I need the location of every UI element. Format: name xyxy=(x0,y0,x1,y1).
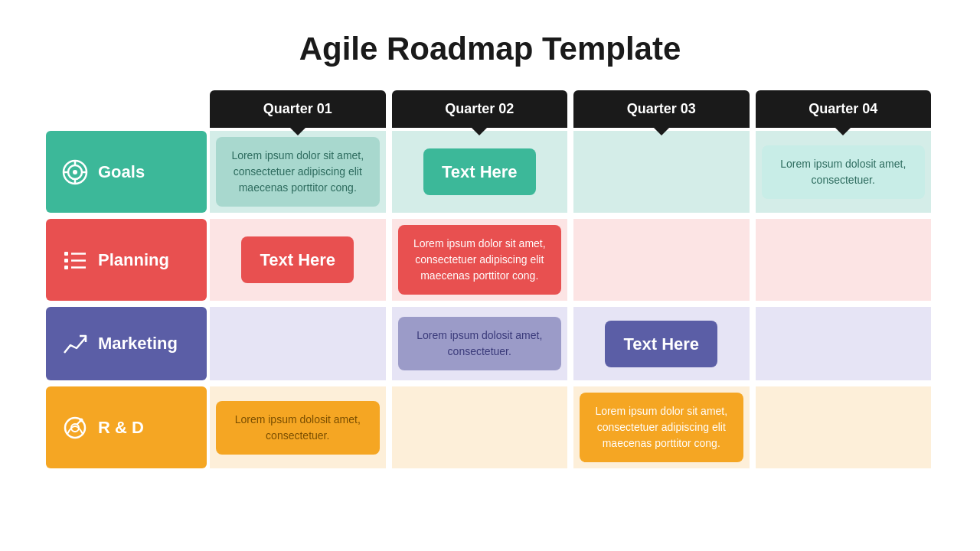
planning-q2-cell: Lorem ipsum dolor sit amet, consectetuer… xyxy=(392,219,568,301)
rd-q2-cell xyxy=(392,386,568,468)
marketing-q3-content: Text Here xyxy=(605,321,717,367)
row-label-rd: R & D xyxy=(46,386,207,468)
planning-q4-cell xyxy=(756,219,932,301)
svg-rect-7 xyxy=(64,252,68,256)
row-label-planning: Planning xyxy=(46,219,207,301)
page-title: Agile Roadmap Template xyxy=(299,31,681,67)
chart-icon xyxy=(61,330,89,357)
target-icon xyxy=(61,158,89,186)
svg-rect-9 xyxy=(64,259,68,262)
goals-label: Goals xyxy=(98,162,145,182)
row-label-marketing: Marketing xyxy=(46,307,207,380)
rd-label: R & D xyxy=(98,418,144,438)
marketing-q2-content: Lorem ipsum dolosit amet, consectetuer. xyxy=(398,317,562,370)
row-label-goals: Goals xyxy=(46,131,207,213)
quarter-2-header: Quarter 02 xyxy=(392,90,568,128)
quarter-4-header: Quarter 04 xyxy=(756,90,932,128)
goals-q4-cell: Lorem ipsum dolosit amet, consectetuer. xyxy=(756,131,932,213)
rd-q3-cell: Lorem ipsum dolor sit amet, consectetuer… xyxy=(573,386,750,468)
marketing-q3-cell: Text Here xyxy=(573,307,750,380)
goals-q1-cell: Lorem ipsum dolor sit amet, consectetuer… xyxy=(210,131,386,213)
planning-q1-cell: Text Here xyxy=(210,219,386,301)
rd-q1-content: Lorem ipsum dolosit amet, consectetuer. xyxy=(216,401,380,455)
marketing-label: Marketing xyxy=(98,334,178,354)
marketing-q1-cell xyxy=(210,307,386,380)
header-spacer xyxy=(46,90,207,128)
rd-q1-cell: Lorem ipsum dolosit amet, consectetuer. xyxy=(210,386,386,468)
quarter-1-header: Quarter 01 xyxy=(210,90,386,128)
planning-q2-content: Lorem ipsum dolor sit amet, consectetuer… xyxy=(398,225,562,295)
svg-rect-11 xyxy=(64,266,68,269)
svg-point-2 xyxy=(73,170,77,174)
quarter-3-header: Quarter 03 xyxy=(573,90,750,128)
planning-label: Planning xyxy=(98,250,169,270)
rd-q4-cell xyxy=(756,386,932,468)
goals-q2-content: Text Here xyxy=(423,148,536,195)
rd-q3-content: Lorem ipsum dolor sit amet, consectetuer… xyxy=(580,393,743,462)
svg-point-16 xyxy=(80,418,83,422)
roadmap-grid: Quarter 01 Quarter 02 Quarter 03 Quarter… xyxy=(46,90,934,471)
goals-q4-content: Lorem ipsum dolosit amet, consectetuer. xyxy=(762,145,926,199)
goals-q1-content: Lorem ipsum dolor sit amet, consectetuer… xyxy=(216,137,380,207)
marketing-q2-cell: Lorem ipsum dolosit amet, consectetuer. xyxy=(392,307,568,380)
planning-q3-cell xyxy=(573,219,750,301)
analytics-icon xyxy=(61,414,89,442)
goals-q3-cell xyxy=(573,131,750,213)
goals-q2-cell: Text Here xyxy=(392,131,568,213)
list-icon xyxy=(61,246,89,274)
marketing-q4-cell xyxy=(756,307,932,380)
planning-q1-content: Text Here xyxy=(241,236,354,283)
